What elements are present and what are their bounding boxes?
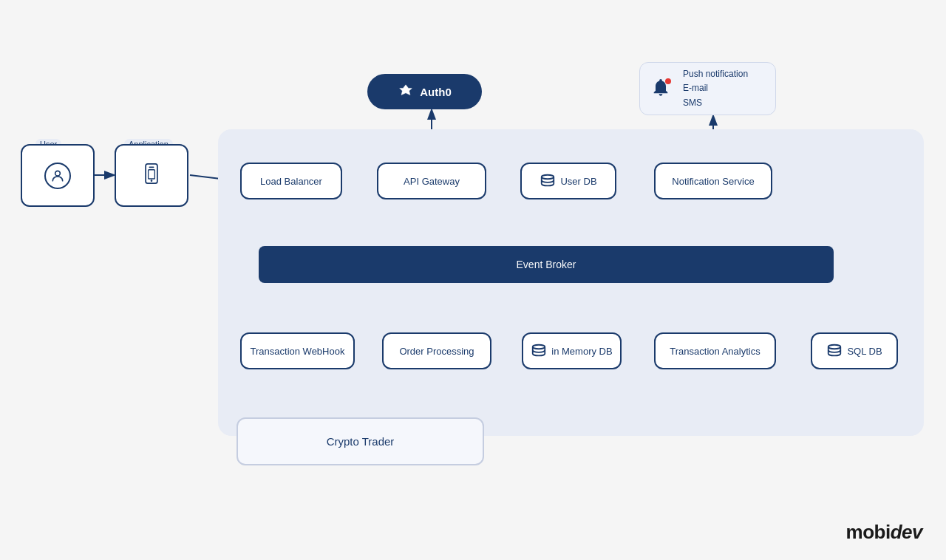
svg-rect-25 [149, 169, 155, 178]
api-gateway-label: API Gateway [404, 176, 460, 187]
user-db-icon [540, 173, 556, 189]
in-memory-db-node: in Memory DB [522, 332, 622, 369]
notification-text: Push notification E-mail SMS [683, 67, 748, 110]
event-broker-label: Event Broker [517, 259, 576, 270]
svg-point-27 [542, 175, 554, 180]
api-gateway-node: API Gateway [377, 163, 486, 199]
crypto-trader-node: Crypto Trader [236, 417, 484, 465]
order-processing-node: Order Processing [382, 332, 491, 369]
phone-icon [143, 163, 160, 188]
mobidev-logo: mobidev [846, 521, 922, 544]
notification-info-box: Push notification E-mail SMS [639, 62, 776, 115]
user-db-node: User DB [520, 163, 616, 199]
sql-db-label: SQL DB [847, 346, 882, 357]
transaction-analytics-node: Transaction Analytics [654, 332, 776, 369]
svg-point-22 [55, 171, 61, 176]
notification-dot [665, 78, 671, 84]
svg-point-28 [533, 345, 545, 349]
svg-point-26 [151, 180, 153, 182]
transaction-webhook-node: Transaction WebHook [240, 332, 355, 369]
sql-db-node: SQL DB [811, 332, 898, 369]
load-balancer-node: Load Balancer [240, 163, 342, 199]
application-node [115, 144, 188, 207]
order-processing-label: Order Processing [399, 346, 474, 357]
notification-service-node: Notification Service [654, 163, 772, 199]
bell-icon [650, 77, 674, 100]
logo-mobi: mobi [846, 521, 891, 543]
sql-db-icon [826, 343, 843, 359]
crypto-trader-label: Crypto Trader [327, 435, 395, 448]
user-person-icon [44, 163, 71, 189]
in-memory-db-icon [531, 343, 547, 359]
transaction-webhook-label: Transaction WebHook [251, 346, 345, 357]
auth0-label: Auth0 [420, 86, 452, 98]
transaction-analytics-label: Transaction Analytics [670, 346, 760, 357]
auth0-icon [398, 83, 414, 100]
event-broker-node: Event Broker [259, 246, 834, 283]
user-db-label: User DB [560, 176, 596, 187]
logo-dev: dev [891, 521, 922, 543]
in-memory-db-label: in Memory DB [551, 346, 612, 357]
load-balancer-label: Load Balancer [260, 176, 322, 187]
notification-service-label: Notification Service [672, 176, 754, 187]
user-node [21, 144, 95, 207]
auth0-node: Auth0 [367, 74, 482, 109]
svg-point-29 [828, 345, 841, 349]
diagram-area: Auth0 Push notification E-mail SMS User … [0, 0, 946, 560]
